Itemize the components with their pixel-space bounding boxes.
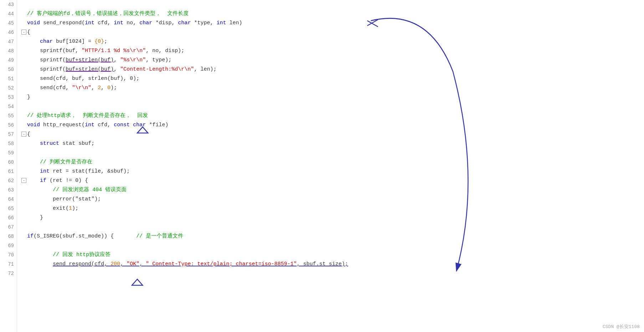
line-number-53: 53 [3,93,14,102]
line-number-61: 61 [3,167,14,176]
code-line-49: sprintf(buf+strlen(buf), "%s\r\n", type)… [21,56,644,65]
code-line-54 [21,102,644,111]
code-line-60: // 判断文件是否存在 [21,158,644,167]
code-line-45: void send_respond(int cfd, int no, char … [21,19,644,28]
code-line-51: send(cfd, buf, strlen(buf), 0); [21,74,644,83]
line-number-51: 51 [3,74,14,83]
code-line-46: -{ [21,28,644,37]
code-line-48: sprintf(buf, "HTTP/1.1 %d %s\r\n", no, d… [21,46,644,56]
code-line-52: send(cfd, "\r\n", 2, 0); [21,83,644,93]
line-number-52: 52 [3,83,14,93]
code-line-43 [21,0,644,9]
code-line-67 [21,223,644,232]
line-number-71: 71 [3,260,14,269]
line-number-63: 63 [3,185,14,195]
code-line-57: -{ [21,130,644,139]
fold-icon[interactable]: - [21,30,26,35]
line-number-55: 55 [3,111,14,121]
line-number-49: 49 [3,56,14,65]
code-line-56: void http_request(int cfd, const char *f… [21,121,644,130]
code-line-68: if(S_ISREG(sbuf.st_mode)) { // 是一个普通文件 [21,232,644,241]
code-line-65: exit(1); [21,204,644,213]
code-line-50: sprintf(buf+strlen(buf), "Content-Length… [21,65,644,74]
fold-icon[interactable]: - [21,132,26,137]
line-number-54: 54 [3,102,14,111]
line-number-46: 46 [3,28,14,37]
fold-icon[interactable]: - [21,178,26,183]
code-line-55: // 处理http请求， 判断文件是否存在， 回发 [21,111,644,121]
code-line-70: // 回发 http协议应答 [21,250,644,260]
line-number-60: 60 [3,158,14,167]
code-line-58: struct stat sbuf; [21,139,644,148]
line-number-66: 66 [3,213,14,223]
line-number-58: 58 [3,139,14,148]
line-number-69: 69 [3,241,14,250]
line-number-68: 68 [3,232,14,241]
line-number-64: 64 [3,195,14,204]
code-line-63: // 回发浏览器 404 错误页面 [21,185,644,195]
line-number-50: 50 [3,65,14,74]
code-line-69 [21,241,644,250]
code-line-61: int ret = stat(file, &sbuf); [21,167,644,176]
code-line-71: send_respond(cfd, 200, "OK", " Content-T… [21,260,644,269]
line-number-67: 67 [3,223,14,232]
code-area[interactable]: // 客户端端的fd，错误号，错误描述，回发文件类型， 文件长度void sen… [17,0,644,332]
code-line-62: - if (ret != 0) { [21,176,644,185]
line-number-72: 72 [3,269,14,278]
line-number-48: 48 [3,46,14,56]
line-number-44: 44 [3,9,14,19]
line-number-57: 57 [3,130,14,139]
line-number-43: 43 [3,0,14,9]
code-line-66: } [21,213,644,223]
line-number-45: 45 [3,19,14,28]
line-number-70: 70 [3,250,14,260]
code-line-44: // 客户端端的fd，错误号，错误描述，回发文件类型， 文件长度 [21,9,644,19]
line-number-47: 47 [3,37,14,46]
watermark: CSDN @长安1108 [603,323,640,330]
code-editor: 4344454647484950515253545556575859606162… [0,0,644,332]
line-number-59: 59 [3,148,14,158]
line-number-56: 56 [3,121,14,130]
code-line-59 [21,148,644,158]
code-line-47: char buf[1024] = {0}; [21,37,644,46]
line-number-62: 62 [3,176,14,185]
line-numbers: 4344454647484950515253545556575859606162… [0,0,17,332]
code-line-64: perror("stat"); [21,195,644,204]
line-number-65: 65 [3,204,14,213]
code-line-53: } [21,93,644,102]
code-line-72 [21,269,644,278]
